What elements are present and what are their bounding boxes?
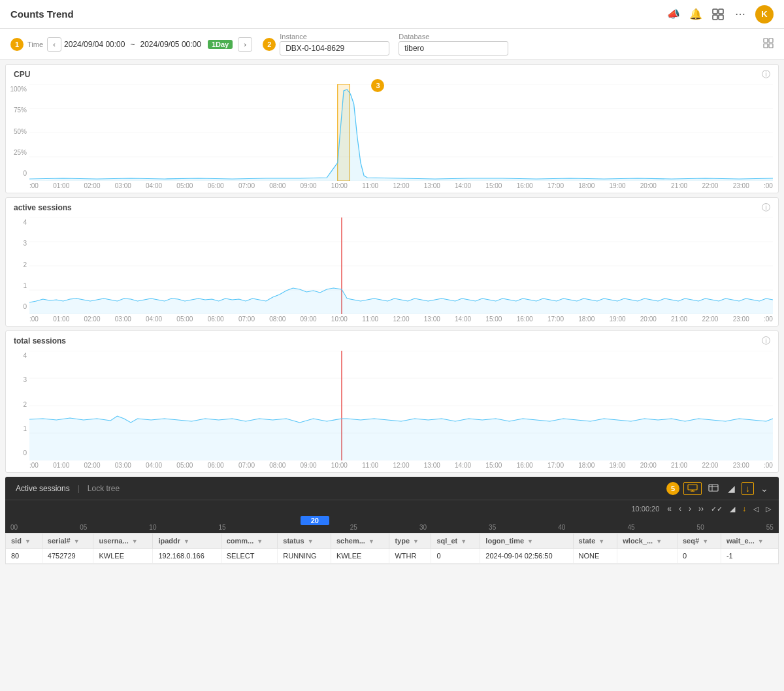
active-sessions-info-icon[interactable]: ⓘ xyxy=(762,202,770,214)
download-icon-button[interactable]: ↓ xyxy=(742,482,754,495)
total-sessions-info-icon[interactable]: ⓘ xyxy=(762,335,770,347)
avatar[interactable]: K xyxy=(755,5,774,24)
total-sessions-svg xyxy=(29,351,773,460)
col-serial[interactable]: serial# ▼ xyxy=(42,534,93,549)
col-type[interactable]: type ▼ xyxy=(389,534,431,549)
svg-rect-7 xyxy=(769,44,773,48)
table-row[interactable]: 80 4752729 KWLEE 192.168.0.166 SELECT RU… xyxy=(6,549,778,564)
cpu-chart-title: CPU xyxy=(14,70,30,79)
timeline-time-display: 10:00:20 xyxy=(631,505,659,513)
filter-icon-button[interactable]: ◢ xyxy=(725,482,738,495)
active-sessions-chart-section: active sessions ⓘ 4 3 2 1 0 xyxy=(5,197,779,327)
timeline-columns-button[interactable]: ✓✓ xyxy=(708,503,725,515)
timeline-prev-button[interactable]: ‹ xyxy=(676,503,684,515)
timeline-prev-prev-button[interactable]: « xyxy=(664,503,674,515)
cell-sql-et: 0 xyxy=(431,549,480,564)
badge-2: 2 xyxy=(263,38,276,51)
cpu-chart-svg xyxy=(29,84,773,181)
cell-wait-e: -1 xyxy=(721,549,778,564)
timeline-bar: 00 05 10 15 25 30 35 40 45 50 55 20 xyxy=(10,516,774,530)
cpu-chart-header: CPU ⓘ xyxy=(6,65,778,82)
bottom-panel-toolbar: 5 ◢ ↓ ⌄ xyxy=(666,482,771,495)
time-nav: ‹ 2024/09/04 00:00 ~ 2024/09/05 00:00 1D… xyxy=(47,37,252,52)
col-wlock[interactable]: wlock_... ▼ xyxy=(617,534,678,549)
bottom-panel: Active sessions | Lock tree 5 ◢ xyxy=(5,477,779,533)
instance-section: 2 Instance Database xyxy=(263,33,508,56)
database-input[interactable] xyxy=(399,41,508,56)
tab-divider: | xyxy=(78,484,80,493)
col-seq[interactable]: seq# ▼ xyxy=(678,534,721,549)
time-section: 1 Time ‹ 2024/09/04 00:00 ~ 2024/09/05 0… xyxy=(10,37,252,52)
cell-command: SELECT xyxy=(221,549,278,564)
megaphone-icon[interactable]: 📣 xyxy=(666,7,681,22)
col-sql-et[interactable]: sql_et ▼ xyxy=(431,534,480,549)
timeline-marker[interactable]: 20 xyxy=(301,516,329,525)
col-username[interactable]: userna... ▼ xyxy=(93,534,153,549)
svg-rect-3 xyxy=(719,15,723,20)
more-horizontal-icon[interactable]: ⋯ xyxy=(733,7,747,22)
col-schema[interactable]: schem... ▼ xyxy=(331,534,389,549)
active-sessions-chart-header: active sessions ⓘ xyxy=(6,198,778,215)
timeline-marker-value: 20 xyxy=(311,517,319,524)
col-ipaddr[interactable]: ipaddr ▼ xyxy=(153,534,221,549)
table-icon-button[interactable] xyxy=(706,482,721,495)
total-sessions-chart-body: 4 3 2 1 0 :0001:0002:0003:0004:0005:0006… xyxy=(6,348,778,472)
time-separator: ~ xyxy=(130,40,135,49)
cpu-info-icon[interactable]: ⓘ xyxy=(762,69,770,80)
timeline-container: 10:00:20 « ‹ › ›› ✓✓ ◢ ↓ ◁ ▷ 00 05 10 15 xyxy=(5,500,779,533)
cell-seq: 0 xyxy=(678,549,721,564)
header-icons: 📣 🔔 ⋯ K xyxy=(666,5,774,24)
cpu-x-labels: :0001:0002:0003:0004:0005:0006:0007:0008… xyxy=(29,181,773,191)
time-prev-button[interactable]: ‹ xyxy=(47,37,61,52)
svg-marker-28 xyxy=(29,416,773,460)
total-sessions-chart-area xyxy=(29,351,773,460)
svg-marker-21 xyxy=(29,288,773,314)
cpu-chart-body: 100% 75% 50% 25% 0 3 xyxy=(6,82,778,193)
col-wait-e[interactable]: wait_e... ▼ xyxy=(721,534,778,549)
active-sessions-y-labels: 4 3 2 1 0 xyxy=(6,217,29,312)
svg-rect-5 xyxy=(769,39,773,42)
active-sessions-chart-title: active sessions xyxy=(14,203,72,212)
time-start: 2024/09/04 00:00 xyxy=(64,40,125,49)
header: Counts Trend 📣 🔔 ⋯ K xyxy=(0,0,784,29)
table-header: sid ▼ serial# ▼ userna... ▼ ipaddr ▼ com… xyxy=(6,534,778,549)
timeline-collapse-button[interactable]: ▷ xyxy=(763,503,774,515)
svg-rect-0 xyxy=(713,9,717,14)
badge-5: 5 xyxy=(666,482,679,495)
timeline-next-next-button[interactable]: ›› xyxy=(696,503,706,515)
instance-input[interactable] xyxy=(280,41,389,56)
col-sid[interactable]: sid ▼ xyxy=(6,534,42,549)
svg-rect-2 xyxy=(713,15,717,20)
badge-3: 3 xyxy=(371,79,384,92)
active-sessions-x-labels: :0001:0002:0003:0004:0005:0006:0007:0008… xyxy=(29,314,773,324)
lock-tree-tab[interactable]: Lock tree xyxy=(85,484,122,493)
col-command[interactable]: comm... ▼ xyxy=(221,534,278,549)
table-wrapper: sid ▼ serial# ▼ userna... ▼ ipaddr ▼ com… xyxy=(5,533,779,564)
svg-rect-4 xyxy=(764,39,768,42)
timeline-filter-button[interactable]: ◢ xyxy=(727,503,738,515)
layout-icon[interactable] xyxy=(711,7,725,22)
timeline-labels: 00 05 10 15 25 30 35 40 45 50 55 xyxy=(10,524,774,531)
total-sessions-chart-header: total sessions ⓘ xyxy=(6,331,778,348)
database-label: Database xyxy=(399,33,508,40)
timeline-expand-button[interactable]: ◁ xyxy=(751,503,761,515)
total-sessions-y-labels: 4 3 2 1 0 xyxy=(6,351,29,458)
chevron-down-icon-button[interactable]: ⌄ xyxy=(758,482,771,495)
instance-label: Instance xyxy=(280,33,389,40)
col-state[interactable]: state ▼ xyxy=(573,534,617,549)
total-sessions-chart-section: total sessions ⓘ 4 3 2 1 0 xyxy=(5,330,779,473)
timeline-next-button[interactable]: › xyxy=(686,503,694,515)
monitor-icon-button[interactable] xyxy=(683,482,702,495)
expand-icon[interactable] xyxy=(763,38,774,50)
cpu-y-labels: 100% 75% 50% 25% 0 xyxy=(6,84,29,178)
bell-icon[interactable]: 🔔 xyxy=(689,7,703,22)
col-logon-time[interactable]: logon_time ▼ xyxy=(480,534,573,549)
cell-status: RUNNING xyxy=(278,549,331,564)
day-badge: 1Day xyxy=(208,40,233,49)
sessions-table: sid ▼ serial# ▼ userna... ▼ ipaddr ▼ com… xyxy=(6,534,778,564)
active-sessions-tab[interactable]: Active sessions xyxy=(13,484,73,493)
time-next-button[interactable]: › xyxy=(238,37,252,52)
col-status[interactable]: status ▼ xyxy=(278,534,331,549)
cell-type: WTHR xyxy=(389,549,431,564)
timeline-download-button[interactable]: ↓ xyxy=(740,503,749,515)
